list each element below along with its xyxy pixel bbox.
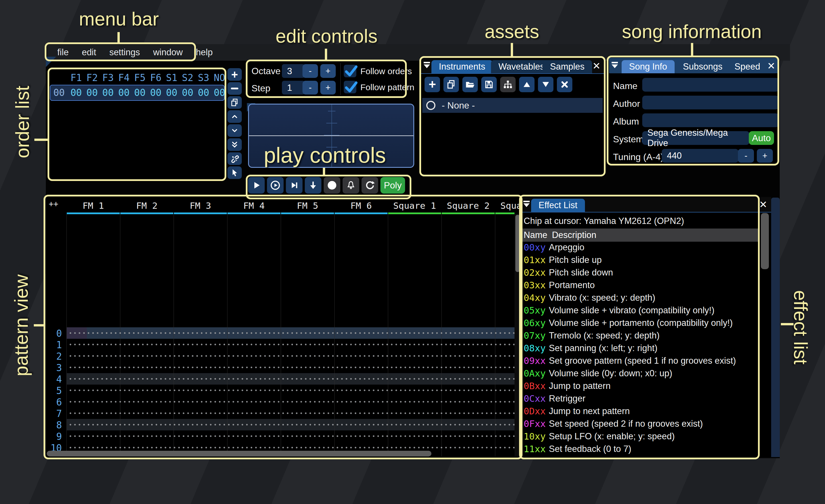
- tab-speed[interactable]: Speed: [727, 60, 768, 73]
- channel-header[interactable]: Square 2: [441, 200, 495, 211]
- effect-row[interactable]: 04xy Vibrato (x: speed; y: depth): [524, 292, 656, 304]
- play-from-start-button[interactable]: [267, 177, 284, 193]
- effect-row[interactable]: 10xy Setup LFO (x: enable; y: speed): [524, 430, 675, 442]
- author-field[interactable]: [642, 96, 779, 109]
- collapse-window-icon[interactable]: [424, 62, 430, 68]
- menu-item-help[interactable]: help: [196, 47, 213, 58]
- tab-instruments[interactable]: Instruments: [431, 60, 493, 73]
- channel-header[interactable]: Square 3: [495, 200, 521, 211]
- effect-row[interactable]: 11xx Set feedback (0 to 7): [524, 443, 631, 455]
- order-row[interactable]: 00 00 00 00 00 00 00 00 00 00 00: [50, 87, 226, 98]
- poly-toggle-button[interactable]: Poly: [380, 177, 405, 193]
- menu-item-settings[interactable]: settings: [109, 47, 140, 58]
- order-unlink-button[interactable]: [227, 152, 242, 165]
- dock-scrollbar-strip[interactable]: [771, 197, 780, 457]
- asset-folder-view-button[interactable]: [500, 77, 516, 92]
- system-auto-button[interactable]: Auto: [749, 131, 774, 145]
- channel-header[interactable]: FM 5: [281, 200, 334, 211]
- channel-header[interactable]: FM 1: [66, 200, 120, 211]
- effect-row[interactable]: 01xx Pitch slide up: [524, 254, 602, 266]
- pattern-row[interactable]: [67, 430, 515, 442]
- order-header-channel[interactable]: F2: [84, 72, 100, 83]
- menu-item-window[interactable]: window: [153, 47, 182, 58]
- step-plus-button[interactable]: +: [320, 81, 336, 94]
- octave-minus-button[interactable]: -: [302, 64, 318, 78]
- order-cell[interactable]: 00: [179, 87, 196, 98]
- pattern-row[interactable]: [67, 373, 515, 385]
- effect-row[interactable]: 02xx Pitch slide down: [524, 267, 613, 279]
- order-cell[interactable]: 00: [196, 87, 212, 98]
- order-move-up-button[interactable]: [227, 110, 242, 123]
- order-header-channel[interactable]: F3: [100, 72, 116, 83]
- pattern-vscroll-thumb[interactable]: [515, 215, 520, 272]
- collapse-window-icon[interactable]: [611, 62, 618, 68]
- record-button[interactable]: [324, 177, 340, 193]
- order-cursor-mode-button[interactable]: [227, 166, 242, 179]
- order-header-channel[interactable]: S2: [179, 72, 196, 83]
- tab-song-info[interactable]: Song Info: [622, 60, 675, 73]
- pattern-row[interactable]: [67, 419, 515, 430]
- repeat-pattern-button[interactable]: [362, 177, 378, 193]
- metronome-button[interactable]: [343, 177, 359, 193]
- effect-row[interactable]: 06xy Volume slide + portamento (compatib…: [524, 317, 733, 329]
- tuning-field[interactable]: 440: [662, 149, 739, 163]
- asset-add-button[interactable]: +: [425, 77, 440, 92]
- follow-orders-checkbox[interactable]: [344, 65, 356, 77]
- channel-header[interactable]: Square 1: [388, 200, 441, 211]
- order-header-channel[interactable]: S3: [196, 72, 212, 83]
- tab-subsongs[interactable]: Subsongs: [675, 60, 730, 73]
- octave-plus-button[interactable]: +: [320, 64, 336, 78]
- effect-row[interactable]: 05xy Volume slide + vibrato (compatibili…: [524, 305, 715, 317]
- order-duplicate-button[interactable]: [227, 96, 242, 109]
- menu-item-edit[interactable]: edit: [82, 47, 96, 58]
- effect-row[interactable]: 0Fxx Set speed (speed 2 if no grooves ex…: [524, 418, 703, 430]
- order-header-channel[interactable]: F6: [148, 72, 164, 83]
- album-field[interactable]: [642, 113, 779, 127]
- pattern-corner-label[interactable]: ++: [49, 199, 59, 209]
- pattern-row[interactable]: [67, 385, 515, 396]
- effect-row[interactable]: 07xy Tremolo (x: speed; y: depth): [524, 330, 660, 342]
- instrument-list-item[interactable]: - None -: [422, 98, 603, 113]
- asset-delete-button[interactable]: [557, 77, 572, 92]
- tab-effect-list[interactable]: Effect List: [531, 199, 585, 212]
- name-field[interactable]: [642, 78, 779, 92]
- effect-row[interactable]: 0Axy Volume slide (0y: down; x0: up): [524, 367, 672, 380]
- pattern-row[interactable]: [67, 339, 515, 350]
- order-cell[interactable]: 00: [116, 87, 132, 98]
- effect-list-scroll-thumb[interactable]: [761, 213, 769, 269]
- step-value[interactable]: 1: [282, 81, 305, 94]
- order-cell[interactable]: 00: [68, 87, 84, 98]
- order-add-button[interactable]: +: [227, 68, 242, 81]
- close-icon[interactable]: ✕: [759, 199, 767, 210]
- pattern-hscroll-thumb[interactable]: [47, 451, 431, 456]
- order-cell[interactable]: 00: [164, 87, 180, 98]
- close-icon[interactable]: ✕: [767, 60, 775, 72]
- order-move-bottom-button[interactable]: [227, 138, 242, 151]
- pattern-row[interactable]: [67, 362, 515, 373]
- system-field[interactable]: Sega Genesis/Mega Drive: [642, 131, 749, 145]
- channel-header[interactable]: FM 6: [334, 200, 388, 211]
- order-cell[interactable]: 00: [100, 87, 116, 98]
- order-header-channel[interactable]: F1: [68, 72, 84, 83]
- order-header-channel[interactable]: F5: [132, 72, 148, 83]
- collapse-window-icon[interactable]: [523, 201, 530, 207]
- pattern-row[interactable]: [67, 396, 515, 408]
- effect-row[interactable]: 08xy Set panning (x: left; y: right): [524, 342, 658, 354]
- asset-open-button[interactable]: [462, 77, 478, 92]
- order-cell[interactable]: 00: [211, 87, 226, 98]
- asset-save-button[interactable]: [481, 77, 497, 92]
- order-header-channel[interactable]: NO: [211, 72, 226, 83]
- asset-move-up-button[interactable]: [519, 77, 534, 92]
- order-header-channel[interactable]: F4: [116, 72, 132, 83]
- pattern-row[interactable]: [67, 327, 515, 339]
- asset-duplicate-button[interactable]: [443, 77, 459, 92]
- order-cell[interactable]: 00: [84, 87, 100, 98]
- effect-table-header[interactable]: Name Description: [522, 229, 759, 242]
- order-cell[interactable]: 00: [132, 87, 148, 98]
- close-icon[interactable]: ✕: [592, 60, 601, 72]
- order-move-down-button[interactable]: [227, 124, 242, 137]
- step-down-button[interactable]: [305, 177, 321, 193]
- effect-row[interactable]: 0Dxx Jump to next pattern: [524, 405, 630, 417]
- effect-row[interactable]: 0Bxx Jump to pattern: [524, 380, 610, 392]
- menu-item-file[interactable]: file: [57, 47, 69, 58]
